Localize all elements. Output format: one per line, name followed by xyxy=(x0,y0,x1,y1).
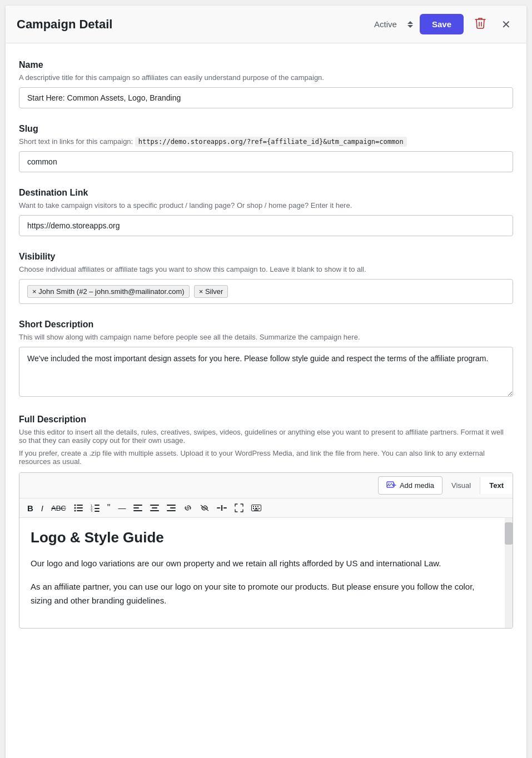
toolbar-keyboard[interactable] xyxy=(248,502,265,513)
page-title: Campaign Detail xyxy=(17,17,367,32)
svg-rect-27 xyxy=(253,506,254,507)
toolbar-strikethrough[interactable]: ABC xyxy=(48,502,69,515)
svg-rect-25 xyxy=(223,507,227,508)
toolbar-insert-more[interactable] xyxy=(213,503,230,513)
visibility-field-group: Visibility Choose individual affiliates … xyxy=(19,252,513,304)
short-description-field-group: Short Description This will show along w… xyxy=(19,320,513,399)
svg-rect-16 xyxy=(133,510,142,511)
toolbar-italic[interactable]: I xyxy=(38,501,47,515)
destination-link-label: Destination Link xyxy=(19,188,513,198)
svg-rect-19 xyxy=(150,510,159,511)
close-button[interactable]: ✕ xyxy=(497,14,515,34)
slug-desc-prefix: Short text in links for this campaign: xyxy=(19,137,133,146)
svg-rect-29 xyxy=(257,506,258,507)
wysiwyg-editor: Add media Visual Text B I ABC xyxy=(19,472,513,629)
destination-link-description: Want to take campaign visitors to a spec… xyxy=(19,201,513,210)
svg-rect-21 xyxy=(170,507,176,508)
svg-point-2 xyxy=(74,505,76,506)
svg-rect-14 xyxy=(133,505,142,506)
visibility-input[interactable]: × John Smith (#2 – john.smith@mailinator… xyxy=(19,279,513,304)
add-media-icon xyxy=(386,480,396,491)
svg-rect-20 xyxy=(167,505,176,506)
toolbar-link[interactable] xyxy=(180,502,196,513)
svg-rect-13 xyxy=(95,511,100,512)
toolbar-align-center[interactable] xyxy=(147,502,162,513)
visibility-description: Choose individual affiliates or affiliat… xyxy=(19,265,513,273)
name-label: Name xyxy=(19,60,513,70)
toolbar-ordered-list[interactable]: 1.2.3. xyxy=(87,502,103,514)
svg-rect-17 xyxy=(150,505,159,506)
svg-rect-28 xyxy=(255,506,256,507)
svg-rect-30 xyxy=(253,508,254,509)
tag-label: × John Smith (#2 – john.smith@mailinator… xyxy=(32,287,185,296)
slug-label: Slug xyxy=(19,124,513,134)
full-description-desc2: If you prefer, create a .zip file with m… xyxy=(19,449,513,466)
toolbar-align-left[interactable] xyxy=(130,502,146,513)
svg-rect-18 xyxy=(152,507,157,508)
svg-rect-32 xyxy=(258,508,260,509)
editor-heading: Logo & Style Guide xyxy=(31,529,496,546)
toolbar-unordered-list[interactable] xyxy=(71,502,86,514)
campaign-detail-panel: Campaign Detail Active Inactive Save ✕ N… xyxy=(6,6,526,758)
svg-rect-3 xyxy=(77,505,83,506)
delete-icon xyxy=(475,17,486,32)
svg-rect-11 xyxy=(95,508,100,509)
name-input[interactable] xyxy=(19,87,513,108)
svg-text:3.: 3. xyxy=(91,510,93,512)
short-description-desc: This will show along with campaign name … xyxy=(19,333,513,341)
svg-rect-31 xyxy=(255,508,257,509)
editor-tabs: Visual Text xyxy=(442,477,513,494)
toolbar-unlink[interactable] xyxy=(197,502,212,513)
short-description-label: Short Description xyxy=(19,320,513,330)
name-description: A descriptive title for this campaign so… xyxy=(19,73,513,82)
name-field-group: Name A descriptive title for this campai… xyxy=(19,60,513,108)
panel-content: Name A descriptive title for this campai… xyxy=(6,43,526,666)
editor-body[interactable]: Logo & Style Guide Our logo and logo var… xyxy=(19,518,513,628)
slug-input[interactable] xyxy=(19,151,513,172)
svg-point-4 xyxy=(74,507,76,509)
visibility-label: Visibility xyxy=(19,252,513,262)
full-description-label: Full Description xyxy=(19,415,513,425)
editor-top-bar: Add media Visual Text xyxy=(19,473,513,498)
scrollbar-track xyxy=(505,518,513,628)
tag-label: × Silver xyxy=(199,287,223,296)
editor-paragraph-1: Our logo and logo variations are our own… xyxy=(31,556,496,571)
svg-rect-5 xyxy=(77,507,83,508)
visibility-tag-silver: × Silver xyxy=(194,285,228,298)
svg-rect-9 xyxy=(95,505,100,506)
editor-toolbar: B I ABC 1.2.3. " — xyxy=(19,498,513,518)
svg-rect-24 xyxy=(217,507,220,508)
toolbar-hr[interactable]: — xyxy=(115,501,129,515)
svg-rect-33 xyxy=(254,510,258,511)
slug-field-group: Slug Short text in links for this campai… xyxy=(19,124,513,172)
status-wrapper: Active Inactive xyxy=(374,19,413,29)
editor-paragraph-2: As an affiliate partner, you can use our… xyxy=(31,580,496,608)
scrollbar-thumb xyxy=(505,522,513,545)
svg-rect-7 xyxy=(77,510,83,511)
visibility-tag-john: × John Smith (#2 – john.smith@mailinator… xyxy=(27,285,190,298)
svg-point-1 xyxy=(388,483,389,485)
full-description-field-group: Full Description Use this editor to inse… xyxy=(19,415,513,629)
toolbar-blockquote[interactable]: " xyxy=(104,501,114,515)
destination-link-field-group: Destination Link Want to take campaign v… xyxy=(19,188,513,236)
svg-rect-15 xyxy=(133,507,139,508)
close-icon: ✕ xyxy=(501,18,511,31)
toolbar-fullscreen[interactable] xyxy=(231,501,247,515)
slug-url-example: https://demo.storeapps.org/?ref={affilia… xyxy=(135,137,407,147)
add-media-button[interactable]: Add media xyxy=(378,476,442,495)
tab-text[interactable]: Text xyxy=(480,477,513,494)
save-button[interactable]: Save xyxy=(420,14,464,34)
delete-button[interactable] xyxy=(470,13,490,35)
slug-description: Short text in links for this campaign: h… xyxy=(19,137,513,146)
full-description-desc1: Use this editor to insert all the detail… xyxy=(19,428,513,445)
editor-content-area: Logo & Style Guide Our logo and logo var… xyxy=(19,518,513,628)
panel-header: Campaign Detail Active Inactive Save ✕ xyxy=(6,6,526,43)
tab-visual[interactable]: Visual xyxy=(442,477,480,494)
short-description-input[interactable]: We've included the most important design… xyxy=(19,347,513,397)
svg-point-6 xyxy=(74,510,76,512)
toolbar-align-right[interactable] xyxy=(163,502,179,513)
svg-rect-22 xyxy=(167,510,176,511)
destination-link-input[interactable] xyxy=(19,215,513,236)
toolbar-bold[interactable]: B xyxy=(24,501,37,515)
status-select[interactable]: Active Inactive xyxy=(374,19,413,29)
